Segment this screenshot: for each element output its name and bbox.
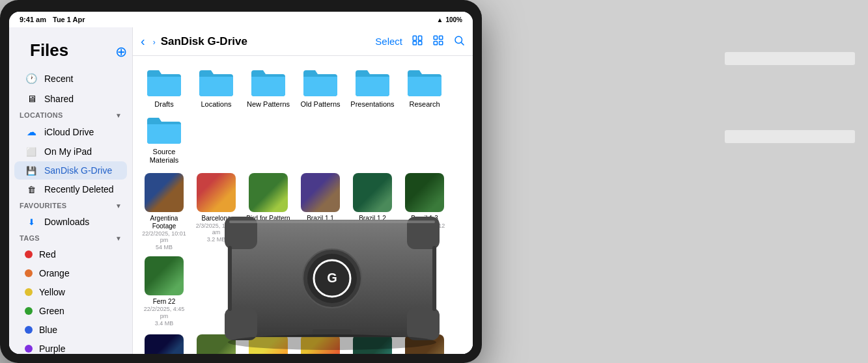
folder-new-patterns[interactable]: New Patterns: [245, 66, 292, 109]
blue-dot: [25, 326, 33, 334]
name-fern22: Fern 22: [153, 298, 175, 306]
toolbar: ‹ › SanDisk G-Drive Select: [133, 27, 473, 56]
svg-rect-7: [440, 41, 443, 44]
blue-label: Blue: [39, 325, 57, 335]
battery-status: 100%: [445, 16, 462, 23]
locations-section-header[interactable]: Locations ▼: [9, 109, 132, 122]
sidebar-item-downloads[interactable]: ⬇ Downloads: [14, 213, 127, 231]
favourites-label: Favourites: [20, 202, 66, 209]
svg-text:G: G: [327, 271, 337, 285]
svg-rect-21: [229, 221, 435, 223]
folder-source-materials[interactable]: Source Materials: [141, 114, 188, 165]
sidebar-item-green[interactable]: Green: [14, 302, 127, 320]
svg-rect-3: [419, 42, 422, 45]
grid-view-button[interactable]: [432, 34, 444, 49]
recent-label: Recent: [44, 74, 73, 84]
folder-name-source-materials: Source Materials: [141, 148, 187, 165]
desktop-background: [462, 0, 868, 363]
sidebar-item-yellow[interactable]: Yellow: [14, 283, 127, 301]
svg-rect-1: [419, 36, 422, 40]
folder-name-drafts: Drafts: [154, 100, 173, 109]
search-button[interactable]: [453, 34, 465, 49]
sidebar-item-shared[interactable]: 🖥 Shared: [14, 89, 127, 108]
deleted-icon: 🗑: [25, 185, 38, 195]
svg-rect-0: [413, 36, 416, 40]
svg-rect-23: [432, 246, 436, 311]
downloads-icon: ⬇: [25, 217, 38, 227]
meta-argentina: 22/2/2025, 10:01 pm54 MB: [141, 230, 187, 251]
folder-presentations[interactable]: Presentations: [349, 66, 396, 109]
svg-rect-14: [225, 308, 257, 340]
sidebar-item-blue[interactable]: Blue: [14, 321, 127, 339]
sidebar-title: Files: [20, 35, 79, 68]
orange-dot: [25, 269, 33, 277]
folder-name-presentations: Presentations: [350, 100, 394, 109]
tags-label: Tags: [20, 234, 40, 242]
sidebar-item-purple[interactable]: Purple: [14, 340, 127, 354]
sidebar-item-sandisk[interactable]: 💾 SanDisk G-Drive: [14, 161, 127, 180]
svg-rect-6: [434, 41, 437, 44]
sandisk-icon: 💾: [25, 166, 38, 176]
folder-name-research: Research: [409, 100, 440, 109]
svg-rect-4: [434, 36, 437, 39]
icloud-label: iCloud Drive: [44, 127, 94, 137]
sidebar-item-recent[interactable]: 🕐 Recent: [14, 69, 127, 88]
folder-name-locations: Locations: [201, 100, 231, 109]
folder-drafts[interactable]: Drafts: [141, 66, 188, 109]
toolbar-title: SanDisk G-Drive: [161, 35, 371, 48]
folder-locations[interactable]: Locations: [193, 66, 240, 109]
yellow-dot: [25, 288, 33, 296]
wifi-icon: ▲: [437, 16, 443, 23]
status-left: 9:41 am Tue 1 Apr: [20, 16, 85, 23]
file-argentina[interactable]: Argentina Footage 22/2/2025, 10:01 pm54 …: [141, 173, 188, 251]
file-fern22[interactable]: Fern 22 22/2/2025, 4:45 pm3.4 MB: [141, 256, 188, 327]
folder-name-old-patterns: Old Patterns: [300, 100, 340, 109]
toolbar-actions: Select: [375, 34, 465, 49]
sidebar-add-button[interactable]: ⊕: [115, 44, 127, 60]
locations-label: Locations: [20, 111, 63, 119]
icloud-icon: ☁: [25, 126, 38, 138]
green-label: Green: [39, 306, 64, 316]
folder-research[interactable]: Research: [401, 66, 448, 109]
name-argentina: Argentina Footage: [141, 215, 187, 230]
svg-line-9: [461, 42, 464, 45]
orange-label: Orange: [39, 268, 70, 278]
svg-point-8: [455, 36, 462, 44]
back-button[interactable]: ‹: [141, 34, 145, 49]
tags-chevron: ▼: [115, 235, 122, 242]
svg-rect-15: [407, 308, 440, 340]
folder-icon-source-materials: [145, 114, 184, 145]
folder-icon-presentations: [353, 66, 392, 98]
folder-icon-drafts: [145, 66, 184, 98]
thumb-argentina: [145, 173, 184, 212]
thumb-fireworks: [145, 334, 184, 354]
desktop-window-1: [725, 52, 855, 65]
folder-name-new-patterns: New Patterns: [247, 100, 290, 109]
shared-icon: 🖥: [25, 93, 38, 104]
folder-icon-new-patterns: [249, 66, 288, 98]
folder-old-patterns[interactable]: Old Patterns: [297, 66, 344, 109]
status-time: 9:41 am: [20, 16, 46, 23]
sidebar-item-deleted[interactable]: 🗑 Recently Deleted: [14, 180, 127, 198]
status-right: ▲ 100%: [437, 16, 462, 23]
file-fireworks[interactable]: Fireworks 4/12/2025, 10:01 pm378 KB: [141, 334, 188, 354]
sidebar-item-ipad[interactable]: ⬜ On My iPad: [14, 142, 127, 161]
sidebar-item-orange[interactable]: Orange: [14, 264, 127, 282]
svg-rect-5: [440, 36, 443, 39]
sidebar-item-icloud[interactable]: ☁ iCloud Drive: [14, 122, 127, 142]
sidebar-item-red[interactable]: Red: [14, 245, 127, 263]
green-dot: [25, 307, 33, 315]
sidebar: Files ⊕ 🕐 Recent 🖥 Shared Locations ▼: [9, 27, 133, 354]
shared-label: Shared: [44, 94, 74, 104]
svg-rect-22: [228, 246, 232, 311]
share-button[interactable]: [412, 34, 423, 48]
purple-label: Purple: [39, 343, 65, 354]
folder-icon-locations: [197, 66, 236, 98]
select-button[interactable]: Select: [375, 36, 402, 47]
breadcrumb-separator: ›: [153, 38, 156, 47]
svg-point-24: [228, 334, 436, 350]
downloads-label: Downloads: [44, 217, 89, 227]
tags-section-header[interactable]: Tags ▼: [9, 232, 132, 245]
status-bar: 9:41 am Tue 1 Apr ▲ 100%: [9, 12, 473, 27]
favourites-section-header[interactable]: Favourites ▼: [9, 199, 132, 212]
